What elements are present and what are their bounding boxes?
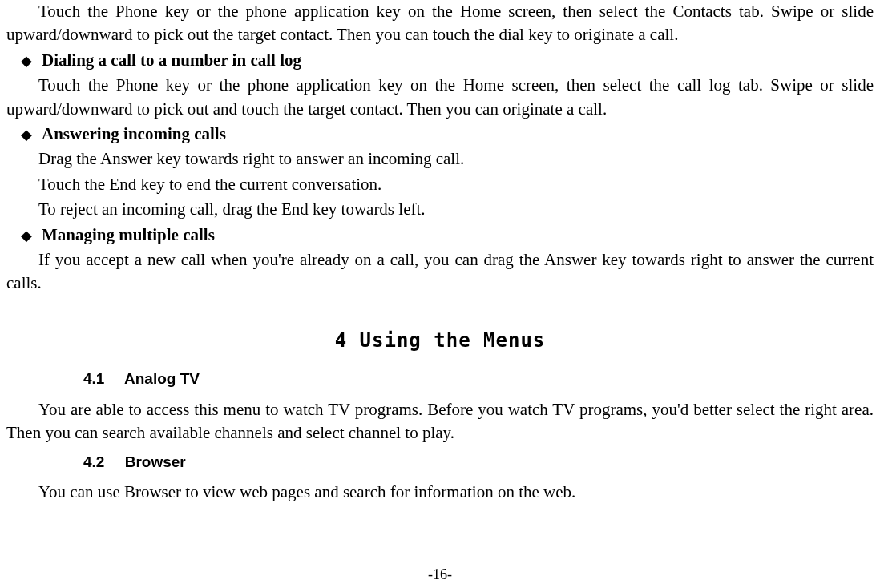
paragraph-contacts: Touch the Phone key or the phone applica… bbox=[6, 0, 874, 47]
paragraph-browser: You can use Browser to view web pages an… bbox=[6, 481, 874, 504]
paragraph-reject: To reject an incoming call, drag the End… bbox=[6, 198, 874, 221]
bullet-label-dialing: Dialing a call to a number in call log bbox=[42, 49, 301, 72]
paragraph-call-log: Touch the Phone key or the phone applica… bbox=[6, 74, 874, 121]
subsection-number-41: 4.1 bbox=[83, 369, 104, 390]
bullet-multiple-calls: ◆ Managing multiple calls bbox=[6, 224, 874, 247]
diamond-icon: ◆ bbox=[21, 226, 32, 246]
subsection-number-42: 4.2 bbox=[83, 452, 104, 473]
page-number: -16- bbox=[0, 565, 880, 585]
section-title-using-menus: 4 Using the Menus bbox=[6, 328, 874, 355]
bullet-label-multiple: Managing multiple calls bbox=[42, 224, 215, 247]
subsection-label-analog-tv: Analog TV bbox=[124, 370, 200, 387]
bullet-answering: ◆ Answering incoming calls bbox=[6, 123, 874, 146]
diamond-icon: ◆ bbox=[21, 51, 32, 71]
subsection-label-browser: Browser bbox=[125, 453, 186, 470]
subsection-analog-tv: 4.1 Analog TV bbox=[83, 369, 874, 390]
paragraph-multiple-calls: If you accept a new call when you're alr… bbox=[6, 248, 874, 296]
paragraph-analog-tv: You are able to access this menu to watc… bbox=[6, 398, 874, 445]
bullet-dialing-call-log: ◆ Dialing a call to a number in call log bbox=[6, 49, 874, 72]
diamond-icon: ◆ bbox=[21, 125, 32, 145]
bullet-label-answering: Answering incoming calls bbox=[42, 123, 226, 146]
paragraph-touch-end: Touch the End key to end the current con… bbox=[6, 173, 874, 196]
subsection-browser: 4.2 Browser bbox=[83, 452, 874, 473]
paragraph-drag-answer: Drag the Answer key towards right to ans… bbox=[6, 147, 874, 171]
